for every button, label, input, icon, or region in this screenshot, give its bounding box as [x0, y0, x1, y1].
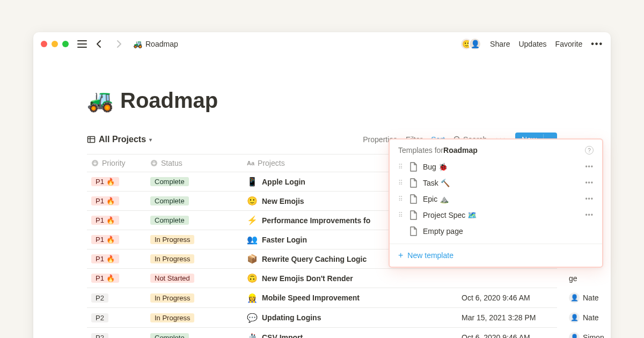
priority-tag: P1 🔥 — [91, 216, 119, 225]
priority-cell[interactable]: P2 — [87, 308, 146, 327]
status-cell[interactable]: Complete — [146, 172, 243, 191]
status-cell[interactable]: In Progress — [146, 249, 243, 268]
project-cell[interactable]: 💬Updating Logins — [243, 308, 457, 327]
avatar: 👤 — [469, 38, 481, 50]
column-header-status[interactable]: Status — [146, 155, 243, 172]
owner-cell[interactable]: 👤Nate — [565, 288, 640, 307]
page-title: 🚜 Roadmap — [87, 88, 557, 113]
drag-handle-icon[interactable]: ⠿ — [398, 179, 404, 187]
template-item[interactable]: ⠿Project Spec 🗺️••• — [394, 207, 598, 223]
table-row[interactable]: P1 🔥Not Started🙃New Emojis Don't Renderg… — [87, 269, 557, 288]
updates-button[interactable]: Updates — [518, 40, 546, 48]
more-menu-button[interactable]: ••• — [591, 39, 603, 49]
template-item[interactable]: Empty page — [394, 223, 598, 239]
favorite-button[interactable]: Favorite — [555, 40, 583, 48]
minimize-window-button[interactable] — [52, 41, 58, 47]
maximize-window-button[interactable] — [62, 41, 69, 47]
template-more-button[interactable]: ••• — [585, 211, 594, 219]
status-tag: Complete — [150, 196, 189, 205]
priority-cell[interactable]: P1 🔥 — [87, 269, 146, 288]
column-header-priority[interactable]: Priority — [87, 155, 146, 172]
page-title-text[interactable]: Roadmap — [120, 89, 218, 113]
priority-cell[interactable]: P1 🔥 — [87, 230, 146, 249]
help-icon[interactable]: ? — [585, 146, 594, 155]
svg-rect-0 — [88, 137, 95, 143]
priority-cell[interactable]: P1 🔥 — [87, 192, 146, 210]
template-item[interactable]: ⠿Epic ⛰️••• — [394, 191, 598, 207]
presence-avatars[interactable]: 🙂 👤 — [460, 38, 481, 50]
drag-handle-icon[interactable]: ⠿ — [398, 163, 404, 171]
template-label: Empty page — [423, 227, 594, 236]
priority-tag: P2 — [91, 333, 108, 339]
project-cell[interactable]: 🙃New Emojis Don't Render — [243, 269, 457, 288]
owner-name: Nate — [583, 313, 599, 322]
arrow-down-circle-icon — [150, 159, 158, 167]
project-emoji-icon: 👥 — [247, 234, 258, 245]
priority-cell[interactable]: P1 🔥 — [87, 172, 146, 191]
project-name: Updating Logins — [262, 313, 321, 322]
share-button[interactable]: Share — [490, 40, 510, 48]
status-cell[interactable]: In Progress — [146, 230, 243, 249]
status-cell[interactable]: In Progress — [146, 288, 243, 307]
date-cell[interactable]: Oct 6, 2020 9:46 AM — [457, 288, 565, 307]
priority-cell[interactable]: P1 🔥 — [87, 211, 146, 230]
project-name: Faster Login — [262, 236, 307, 244]
template-label: Epic ⛰️ — [423, 195, 580, 203]
date-cell[interactable]: Mar 15, 2021 3:28 PM — [457, 308, 565, 327]
nav-forward-button[interactable] — [112, 38, 126, 50]
nav-back-button[interactable] — [92, 38, 106, 50]
owner-cell[interactable]: 👤Nate — [565, 308, 640, 327]
template-more-button[interactable]: ••• — [585, 179, 594, 187]
page-icon[interactable]: 🚜 — [87, 88, 114, 113]
drag-handle-icon[interactable]: ⠿ — [398, 195, 404, 203]
breadcrumb[interactable]: 🚜 Roadmap — [133, 40, 178, 48]
table-row[interactable]: P2Complete🚢CSV ImportOct 6, 2020 9:46 AM… — [87, 328, 557, 338]
new-template-label: New template — [407, 251, 453, 260]
status-cell[interactable]: Complete — [146, 211, 243, 230]
date-cell[interactable] — [457, 269, 565, 288]
drag-handle-icon[interactable]: ⠿ — [398, 211, 404, 219]
template-more-button[interactable]: ••• — [585, 195, 594, 203]
table-view-icon — [87, 135, 96, 144]
status-cell[interactable]: In Progress — [146, 308, 243, 327]
project-emoji-icon: 🙃 — [247, 273, 258, 283]
page-icon — [409, 226, 418, 236]
owner-avatar: 👤 — [569, 292, 580, 303]
status-cell[interactable]: Not Started — [146, 269, 243, 288]
priority-tag: P1 🔥 — [91, 196, 119, 205]
status-tag: Not Started — [150, 274, 194, 283]
template-label: Task 🔨 — [423, 179, 580, 187]
new-template-button[interactable]: + New template — [390, 244, 602, 267]
priority-tag: P2 — [91, 293, 108, 303]
owner-cell[interactable]: 👤Simon — [565, 328, 640, 338]
window-controls — [41, 41, 69, 47]
template-item[interactable]: ⠿Task 🔨••• — [394, 175, 598, 191]
page-icon — [409, 162, 418, 172]
status-cell[interactable]: Complete — [146, 328, 243, 338]
template-item[interactable]: ⠿Bug 🐞••• — [394, 159, 598, 175]
page-icon — [409, 194, 418, 204]
close-window-button[interactable] — [41, 41, 47, 47]
owner-cell[interactable]: ge — [565, 269, 640, 288]
templates-popover: Templates for Roadmap ? ⠿Bug 🐞•••⠿Task 🔨… — [389, 138, 603, 268]
view-switcher[interactable]: All Projects ▾ — [87, 135, 152, 144]
template-more-button[interactable]: ••• — [585, 163, 594, 171]
priority-cell[interactable]: P2 — [87, 288, 146, 307]
priority-cell[interactable]: P2 — [87, 328, 146, 338]
table-row[interactable]: P2In Progress💬Updating LoginsMar 15, 202… — [87, 308, 557, 328]
date-cell[interactable]: Oct 6, 2020 9:46 AM — [457, 328, 565, 338]
project-emoji-icon: 📦 — [247, 254, 258, 264]
priority-tag: P1 🔥 — [91, 254, 119, 263]
owner-fragment: ge — [569, 274, 577, 283]
popover-title-prefix: Templates for — [398, 146, 443, 155]
status-tag: In Progress — [150, 254, 194, 263]
titlebar: 🚜 Roadmap 🙂 👤 Share Updates Favorite ••• — [33, 32, 611, 56]
status-tag: In Progress — [150, 235, 194, 244]
project-cell[interactable]: 👷‍♀️Mobile Speed Improvement — [243, 288, 457, 307]
table-row[interactable]: P2In Progress👷‍♀️Mobile Speed Improvemen… — [87, 288, 557, 308]
sidebar-toggle-button[interactable] — [77, 40, 87, 48]
priority-cell[interactable]: P1 🔥 — [87, 249, 146, 268]
page-icon — [409, 178, 418, 188]
status-cell[interactable]: Complete — [146, 192, 243, 210]
project-cell[interactable]: 🚢CSV Import — [243, 328, 457, 338]
